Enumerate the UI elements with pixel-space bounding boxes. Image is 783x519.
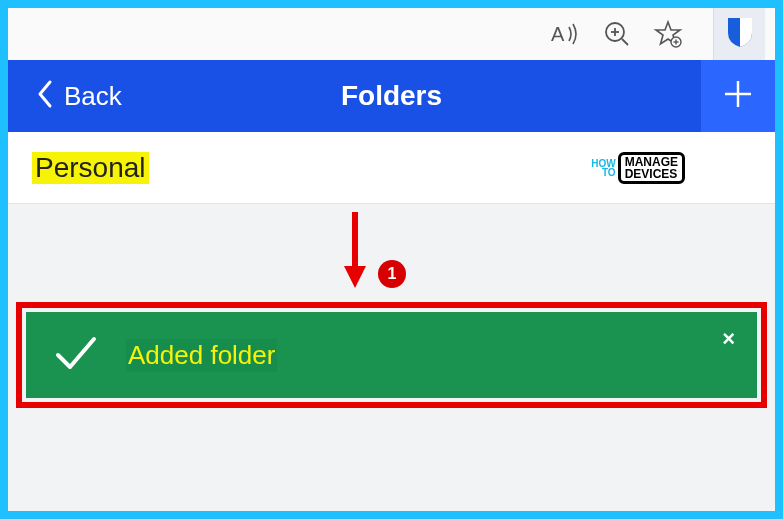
toast-message: Added folder	[126, 339, 277, 372]
back-button[interactable]: Back	[8, 79, 122, 114]
bitwarden-extension-button[interactable]	[713, 8, 765, 60]
header-bar: Back Folders	[8, 60, 775, 132]
watermark-logo: HOW TO MANAGE DEVICES	[591, 152, 685, 184]
app-window: A Back Folders Personal	[8, 8, 775, 511]
shield-icon	[725, 15, 755, 53]
browser-toolbar: A	[8, 8, 775, 60]
back-label: Back	[64, 81, 122, 112]
annotation-highlight-box: Added folder ×	[16, 302, 767, 408]
svg-text:A: A	[551, 23, 565, 45]
folder-item[interactable]: Personal HOW TO MANAGE DEVICES	[8, 132, 775, 204]
check-icon	[54, 333, 98, 377]
plus-icon	[721, 77, 755, 115]
svg-line-2	[622, 39, 628, 45]
toast-close-button[interactable]: ×	[722, 326, 735, 352]
add-folder-button[interactable]	[701, 60, 775, 132]
page-title: Folders	[341, 80, 442, 112]
chevron-left-icon	[36, 79, 54, 114]
annotation-callout-1: 1	[378, 260, 406, 288]
toast-success: Added folder ×	[26, 312, 757, 398]
favorites-icon[interactable]	[653, 19, 683, 49]
folder-list: Personal HOW TO MANAGE DEVICES 1	[8, 132, 775, 511]
zoom-icon[interactable]	[603, 20, 631, 48]
read-aloud-icon[interactable]: A	[551, 21, 581, 47]
folder-name: Personal	[32, 152, 149, 184]
annotation-arrow	[340, 212, 370, 294]
